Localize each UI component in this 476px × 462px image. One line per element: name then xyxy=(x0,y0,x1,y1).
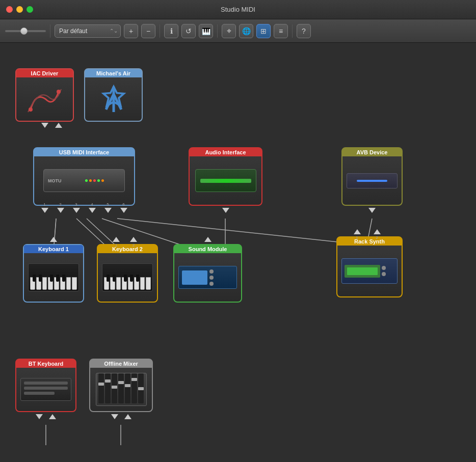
audio-interface-label: Audio Interface xyxy=(190,148,261,156)
avb-device-label: AVB Device xyxy=(342,148,402,156)
refresh-icon: ↺ xyxy=(186,27,192,35)
globe-icon: 🌐 xyxy=(242,27,251,35)
iac-port-out[interactable] xyxy=(41,123,48,128)
michaels-air-icon xyxy=(85,77,142,121)
sound-module-icon xyxy=(174,253,241,302)
add-button[interactable]: + xyxy=(124,24,138,38)
device-keyboard2[interactable]: Keyboard 2 1 xyxy=(97,244,158,303)
kb2-port-in-2[interactable] xyxy=(130,237,137,242)
device-michaels-air[interactable]: Michael's Air xyxy=(84,68,143,122)
usb-port-5[interactable] xyxy=(104,208,112,213)
bt-keyboard-icon xyxy=(16,368,75,411)
device-bt-keyboard[interactable]: BT Keyboard xyxy=(15,359,76,412)
keyboard2-icon xyxy=(98,253,157,302)
titlebar: Studio MIDI xyxy=(0,0,476,19)
help-button[interactable]: ? xyxy=(297,24,311,38)
rack-synth-icon xyxy=(337,246,402,296)
window-title: Studio MIDI xyxy=(221,6,255,13)
window-controls xyxy=(6,6,33,13)
avb-icon xyxy=(342,156,402,205)
bt-keyboard-label: BT Keyboard xyxy=(16,360,75,368)
dropdown-label: Par défaut xyxy=(59,28,87,35)
piano-icon: 🎹 xyxy=(202,27,210,35)
sound-module-label: Sound Module xyxy=(174,245,241,253)
info-icon: ℹ xyxy=(170,27,173,35)
close-button[interactable] xyxy=(6,6,13,13)
usb-port-2[interactable] xyxy=(57,208,64,213)
svg-line-4 xyxy=(117,219,357,244)
usb-port-6[interactable] xyxy=(120,208,127,213)
svg-point-11 xyxy=(57,90,61,94)
minimize-button[interactable] xyxy=(16,6,23,13)
separator-4 xyxy=(292,24,293,38)
btk-port-in[interactable] xyxy=(49,414,56,419)
device-sound-module[interactable]: Sound Module xyxy=(173,244,242,303)
maximize-button[interactable] xyxy=(27,6,33,13)
mixer-port-in[interactable] xyxy=(124,414,131,419)
menu-icon: ≡ xyxy=(279,27,283,35)
midi-canvas: IAC Driver Michael's Air xyxy=(0,43,476,462)
separator-2 xyxy=(160,24,160,38)
rack-port-in-1[interactable] xyxy=(354,229,361,234)
preset-dropdown[interactable]: Par défaut ⌃⌄ xyxy=(55,24,121,38)
svg-point-10 xyxy=(29,107,33,112)
usb-port-3[interactable] xyxy=(73,208,80,213)
toolbar: Par défaut ⌃⌄ + − ℹ ↺ 🎹 ⌖ 🌐 ⊞ ≡ ? xyxy=(0,19,476,43)
usb-port-1[interactable] xyxy=(41,208,48,213)
iac-port-in[interactable] xyxy=(55,123,62,128)
chevron-down-icon: ⌃⌄ xyxy=(110,28,118,34)
device-avb[interactable]: AVB Device xyxy=(341,147,403,206)
rack-port-in-2[interactable] xyxy=(374,229,381,234)
bluetooth-icon: ⌖ xyxy=(227,26,231,36)
michaels-air-label: Michael's Air xyxy=(85,69,142,77)
separator-1 xyxy=(50,24,50,38)
device-offline-mixer[interactable]: Offline Mixer xyxy=(89,359,153,412)
menu-button[interactable]: ≡ xyxy=(274,24,288,38)
keyboard1-label: Keyboard 1 xyxy=(24,245,83,253)
remove-button[interactable]: − xyxy=(141,24,155,38)
btk-port-out[interactable] xyxy=(36,414,43,419)
iac-driver-icon xyxy=(16,77,73,121)
separator-3 xyxy=(217,24,218,38)
usb-midi-label: USB MIDI Interface xyxy=(34,148,134,156)
iac-driver-label: IAC Driver xyxy=(16,69,73,77)
kb1-port-in[interactable] xyxy=(50,237,57,242)
keyboard1-icon xyxy=(24,253,83,302)
sm-port-in[interactable] xyxy=(204,237,211,242)
kb2-port-in-1[interactable] xyxy=(113,237,120,242)
usb-midi-icon: MOTU xyxy=(34,156,134,205)
info-button[interactable]: ℹ xyxy=(164,24,178,38)
device-iac-driver[interactable]: IAC Driver xyxy=(15,68,74,122)
device-usb-midi[interactable]: USB MIDI Interface MOTU 1 2 xyxy=(33,147,135,206)
usb-port-4[interactable] xyxy=(89,208,96,213)
mixer-port-out[interactable] xyxy=(111,414,118,419)
piano-button[interactable]: 🎹 xyxy=(199,24,213,38)
device-rack-synth[interactable]: Rack Synth 1 2 xyxy=(336,236,403,297)
device-audio-interface[interactable]: Audio Interface xyxy=(189,147,262,206)
audio-port-out[interactable] xyxy=(222,208,229,213)
topology-button[interactable]: ⊞ xyxy=(256,24,271,38)
device-keyboard1[interactable]: Keyboard 1 xyxy=(23,244,84,303)
bluetooth-button[interactable]: ⌖ xyxy=(222,24,236,38)
question-icon: ? xyxy=(302,27,306,35)
avb-port-out[interactable] xyxy=(368,208,376,213)
topology-icon: ⊞ xyxy=(260,27,267,35)
network-button[interactable]: 🌐 xyxy=(239,24,253,38)
zoom-slider[interactable] xyxy=(5,30,46,32)
offline-mixer-icon xyxy=(90,368,152,411)
offline-mixer-label: Offline Mixer xyxy=(90,360,152,368)
audio-interface-icon xyxy=(190,156,261,205)
refresh-button[interactable]: ↺ xyxy=(181,24,196,38)
